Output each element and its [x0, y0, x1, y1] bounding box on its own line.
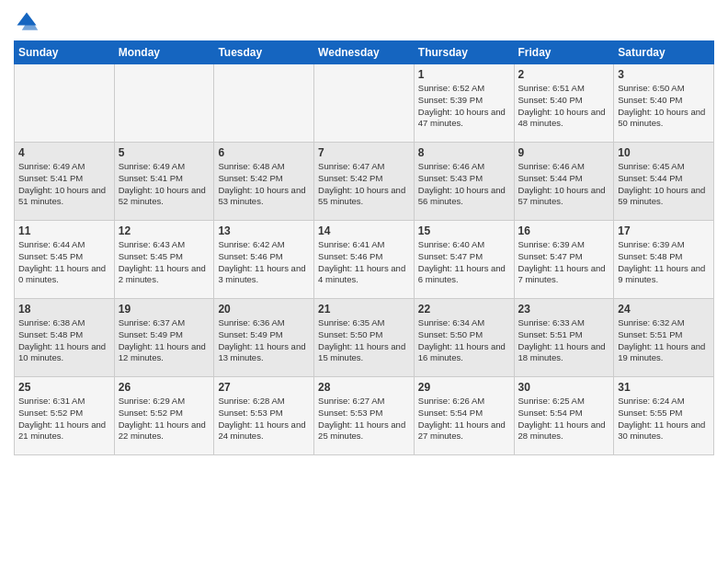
cell-content: Sunrise: 6:33 AM Sunset: 5:51 PM Dayligh…: [518, 317, 610, 364]
calendar-cell: 23Sunrise: 6:33 AM Sunset: 5:51 PM Dayli…: [514, 299, 614, 377]
calendar-cell: 24Sunrise: 6:32 AM Sunset: 5:51 PM Dayli…: [614, 299, 714, 377]
day-number: 26: [119, 381, 210, 394]
day-number: 18: [18, 303, 110, 316]
cell-content: Sunrise: 6:36 AM Sunset: 5:49 PM Dayligh…: [218, 317, 310, 364]
week-row-2: 4Sunrise: 6:49 AM Sunset: 5:41 PM Daylig…: [15, 143, 714, 221]
header-cell-sunday: Sunday: [15, 41, 115, 64]
cell-content: Sunrise: 6:37 AM Sunset: 5:49 PM Dayligh…: [119, 317, 210, 364]
header-cell-thursday: Thursday: [414, 41, 514, 64]
day-number: 2: [518, 68, 610, 81]
calendar-cell: [114, 64, 214, 143]
calendar-cell: 31Sunrise: 6:24 AM Sunset: 5:55 PM Dayli…: [614, 377, 714, 455]
cell-content: Sunrise: 6:26 AM Sunset: 5:54 PM Dayligh…: [418, 396, 510, 442]
calendar-cell: 10Sunrise: 6:45 AM Sunset: 5:44 PM Dayli…: [614, 143, 714, 221]
day-number: 7: [318, 146, 410, 159]
day-number: 19: [119, 303, 210, 316]
calendar-cell: 11Sunrise: 6:44 AM Sunset: 5:45 PM Dayli…: [15, 221, 115, 299]
day-number: 10: [618, 146, 710, 159]
cell-content: Sunrise: 6:45 AM Sunset: 5:44 PM Dayligh…: [618, 161, 710, 208]
cell-content: Sunrise: 6:51 AM Sunset: 5:40 PM Dayligh…: [518, 83, 610, 130]
calendar-cell: 4Sunrise: 6:49 AM Sunset: 5:41 PM Daylig…: [15, 143, 115, 221]
day-number: 21: [318, 303, 410, 316]
calendar-cell: 19Sunrise: 6:37 AM Sunset: 5:49 PM Dayli…: [114, 299, 214, 377]
cell-content: Sunrise: 6:40 AM Sunset: 5:47 PM Dayligh…: [418, 239, 510, 286]
day-number: 17: [618, 224, 710, 237]
calendar-cell: 15Sunrise: 6:40 AM Sunset: 5:47 PM Dayli…: [414, 221, 514, 299]
cell-content: Sunrise: 6:46 AM Sunset: 5:44 PM Dayligh…: [518, 161, 610, 208]
week-row-5: 25Sunrise: 6:31 AM Sunset: 5:52 PM Dayli…: [15, 377, 714, 455]
calendar-cell: 29Sunrise: 6:26 AM Sunset: 5:54 PM Dayli…: [414, 377, 514, 455]
calendar-cell: 21Sunrise: 6:35 AM Sunset: 5:50 PM Dayli…: [314, 299, 415, 377]
day-number: 16: [518, 224, 610, 237]
day-number: 13: [218, 224, 310, 237]
calendar-cell: 18Sunrise: 6:38 AM Sunset: 5:48 PM Dayli…: [15, 299, 115, 377]
cell-content: Sunrise: 6:44 AM Sunset: 5:45 PM Dayligh…: [18, 239, 110, 286]
week-row-3: 11Sunrise: 6:44 AM Sunset: 5:45 PM Dayli…: [15, 221, 714, 299]
page: SundayMondayTuesdayWednesdayThursdayFrid…: [0, 0, 728, 465]
header-cell-wednesday: Wednesday: [314, 41, 415, 64]
cell-content: Sunrise: 6:29 AM Sunset: 5:52 PM Dayligh…: [119, 396, 210, 442]
day-number: 8: [418, 146, 510, 159]
day-number: 6: [218, 146, 310, 159]
cell-content: Sunrise: 6:50 AM Sunset: 5:40 PM Dayligh…: [618, 83, 710, 130]
calendar-cell: 9Sunrise: 6:46 AM Sunset: 5:44 PM Daylig…: [514, 143, 614, 221]
header-cell-saturday: Saturday: [614, 41, 714, 64]
calendar-cell: 25Sunrise: 6:31 AM Sunset: 5:52 PM Dayli…: [15, 377, 115, 455]
day-number: 29: [418, 381, 510, 394]
calendar-cell: 8Sunrise: 6:46 AM Sunset: 5:43 PM Daylig…: [414, 143, 514, 221]
calendar-cell: 26Sunrise: 6:29 AM Sunset: 5:52 PM Dayli…: [114, 377, 214, 455]
calendar-cell: 20Sunrise: 6:36 AM Sunset: 5:49 PM Dayli…: [214, 299, 314, 377]
calendar-body: 1Sunrise: 6:52 AM Sunset: 5:39 PM Daylig…: [15, 64, 714, 455]
cell-content: Sunrise: 6:27 AM Sunset: 5:53 PM Dayligh…: [318, 396, 410, 442]
cell-content: Sunrise: 6:42 AM Sunset: 5:46 PM Dayligh…: [218, 239, 310, 286]
calendar-cell: 2Sunrise: 6:51 AM Sunset: 5:40 PM Daylig…: [514, 64, 614, 143]
day-number: 28: [318, 381, 410, 394]
week-row-1: 1Sunrise: 6:52 AM Sunset: 5:39 PM Daylig…: [15, 64, 714, 143]
calendar-cell: 1Sunrise: 6:52 AM Sunset: 5:39 PM Daylig…: [414, 64, 514, 143]
calendar-cell: [15, 64, 115, 143]
logo: [14, 9, 43, 35]
cell-content: Sunrise: 6:47 AM Sunset: 5:42 PM Dayligh…: [318, 161, 410, 208]
cell-content: Sunrise: 6:34 AM Sunset: 5:50 PM Dayligh…: [418, 317, 510, 364]
calendar-cell: 27Sunrise: 6:28 AM Sunset: 5:53 PM Dayli…: [214, 377, 314, 455]
day-number: 15: [418, 224, 510, 237]
cell-content: Sunrise: 6:39 AM Sunset: 5:48 PM Dayligh…: [618, 239, 710, 286]
header-cell-monday: Monday: [114, 41, 214, 64]
day-number: 1: [418, 68, 510, 81]
cell-content: Sunrise: 6:48 AM Sunset: 5:42 PM Dayligh…: [218, 161, 310, 208]
cell-content: Sunrise: 6:41 AM Sunset: 5:46 PM Dayligh…: [318, 239, 410, 286]
calendar-cell: [314, 64, 415, 143]
calendar-table: SundayMondayTuesdayWednesdayThursdayFrid…: [14, 40, 714, 455]
day-number: 22: [418, 303, 510, 316]
calendar-cell: 22Sunrise: 6:34 AM Sunset: 5:50 PM Dayli…: [414, 299, 514, 377]
cell-content: Sunrise: 6:24 AM Sunset: 5:55 PM Dayligh…: [618, 396, 710, 442]
cell-content: Sunrise: 6:49 AM Sunset: 5:41 PM Dayligh…: [119, 161, 210, 208]
cell-content: Sunrise: 6:32 AM Sunset: 5:51 PM Dayligh…: [618, 317, 710, 364]
cell-content: Sunrise: 6:46 AM Sunset: 5:43 PM Dayligh…: [418, 161, 510, 208]
calendar-cell: 28Sunrise: 6:27 AM Sunset: 5:53 PM Dayli…: [314, 377, 415, 455]
calendar-cell: 5Sunrise: 6:49 AM Sunset: 5:41 PM Daylig…: [114, 143, 214, 221]
cell-content: Sunrise: 6:38 AM Sunset: 5:48 PM Dayligh…: [18, 317, 110, 364]
calendar-cell: 14Sunrise: 6:41 AM Sunset: 5:46 PM Dayli…: [314, 221, 415, 299]
week-row-4: 18Sunrise: 6:38 AM Sunset: 5:48 PM Dayli…: [15, 299, 714, 377]
header-cell-friday: Friday: [514, 41, 614, 64]
day-number: 14: [318, 224, 410, 237]
day-number: 23: [518, 303, 610, 316]
header-cell-tuesday: Tuesday: [214, 41, 314, 64]
calendar-cell: 7Sunrise: 6:47 AM Sunset: 5:42 PM Daylig…: [314, 143, 415, 221]
calendar-cell: 3Sunrise: 6:50 AM Sunset: 5:40 PM Daylig…: [614, 64, 714, 143]
cell-content: Sunrise: 6:25 AM Sunset: 5:54 PM Dayligh…: [518, 396, 610, 442]
day-number: 31: [618, 381, 710, 394]
cell-content: Sunrise: 6:43 AM Sunset: 5:45 PM Dayligh…: [119, 239, 210, 286]
calendar-cell: 16Sunrise: 6:39 AM Sunset: 5:47 PM Dayli…: [514, 221, 614, 299]
cell-content: Sunrise: 6:28 AM Sunset: 5:53 PM Dayligh…: [218, 396, 310, 442]
calendar-cell: 17Sunrise: 6:39 AM Sunset: 5:48 PM Dayli…: [614, 221, 714, 299]
day-number: 5: [119, 146, 210, 159]
day-number: 24: [618, 303, 710, 316]
cell-content: Sunrise: 6:39 AM Sunset: 5:47 PM Dayligh…: [518, 239, 610, 286]
day-number: 20: [218, 303, 310, 316]
day-number: 12: [119, 224, 210, 237]
day-number: 30: [518, 381, 610, 394]
calendar-cell: 12Sunrise: 6:43 AM Sunset: 5:45 PM Dayli…: [114, 221, 214, 299]
calendar-cell: [214, 64, 314, 143]
